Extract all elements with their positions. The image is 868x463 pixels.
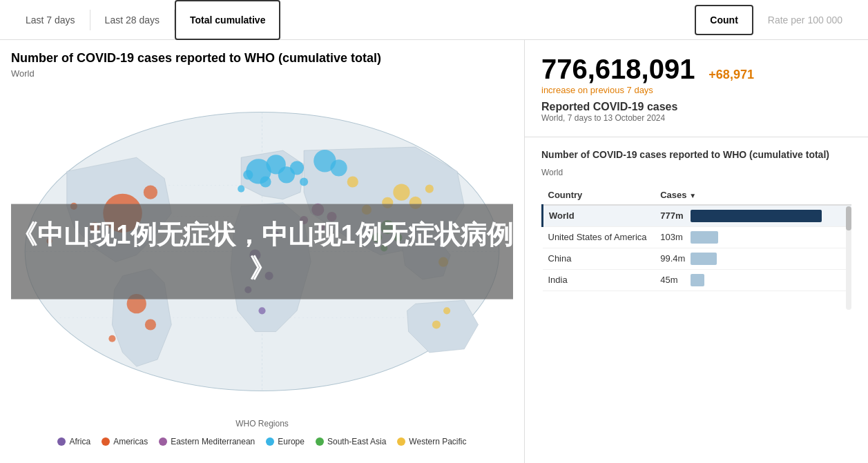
cases-table: Country Cases ▼ World 777m (541, 186, 851, 291)
svg-point-30 (327, 212, 336, 221)
count-button[interactable]: Count (695, 5, 753, 35)
scrollbar-track[interactable] (846, 206, 851, 310)
svg-point-38 (409, 197, 422, 209)
svg-point-34 (372, 233, 382, 242)
country-cell: World (543, 205, 655, 227)
legend-item-americas: Americas (102, 437, 148, 446)
southeast-asia-label: South-East Asia (327, 437, 386, 446)
svg-point-37 (393, 184, 409, 201)
increase-value: +68,971 (708, 68, 754, 81)
svg-point-32 (318, 224, 325, 230)
right-panel: 776,618,091 +68,971 increase on previous… (525, 40, 868, 463)
cases-bar-cell: 99.4m (655, 248, 851, 269)
country-cell: United States of America (543, 226, 655, 248)
legend-item-eastern-med: Eastern Mediterranean (159, 437, 255, 446)
eastern-med-label: Eastern Mediterranean (171, 437, 255, 446)
table-row: United States of America 103m (543, 226, 852, 248)
svg-point-8 (244, 286, 251, 293)
svg-point-22 (290, 161, 304, 175)
svg-point-36 (380, 244, 387, 251)
cases-bar-cell: 45m (655, 269, 851, 290)
metric-toggle: Count Rate per 100 000 (695, 0, 857, 40)
eastern-med-color-dot (159, 437, 167, 446)
time-period-tabs: Last 7 days Last 28 days Total cumulativ… (11, 0, 280, 40)
africa-label: Africa (69, 437, 90, 446)
bar-light (691, 253, 717, 265)
legend-item-western-pacific: Western Pacific (397, 437, 466, 446)
tab-last-7-days[interactable]: Last 7 days (11, 0, 90, 40)
bar-wrapper: 45m (660, 274, 846, 286)
table-wrapper: Country Cases ▼ World 777m (541, 186, 851, 291)
country-cell: India (543, 269, 655, 290)
chart-title: Number of COVID-19 cases reported to WHO… (11, 51, 513, 66)
americas-label: Americas (113, 437, 148, 446)
stats-row: 776,618,091 +68,971 (541, 54, 851, 85)
svg-point-43 (432, 320, 441, 328)
svg-point-41 (425, 185, 434, 193)
legend-section: WHO Regions Africa Americas Eastern Medi… (11, 419, 513, 452)
svg-point-24 (243, 170, 253, 179)
legend-title: WHO Regions (11, 419, 513, 428)
country-cell: China (543, 248, 655, 269)
svg-point-17 (70, 203, 77, 210)
europe-color-dot (266, 437, 274, 446)
col-country: Country (543, 186, 655, 205)
tab-last-28-days[interactable]: Last 28 days (90, 0, 174, 40)
cases-value: 103m (660, 232, 685, 242)
table-title: Number of COVID-19 cases reported to WHO… (541, 148, 851, 162)
svg-point-25 (300, 177, 308, 186)
cases-value: 777m (660, 210, 685, 221)
svg-point-26 (238, 186, 244, 193)
cases-value: 45m (660, 275, 685, 285)
table-section: Number of COVID-19 cases reported to WHO… (525, 137, 868, 463)
scrollbar-thumb[interactable] (846, 206, 851, 230)
cases-value: 99.4m (660, 253, 685, 264)
world-map (11, 84, 513, 419)
western-pacific-label: Western Pacific (409, 437, 466, 446)
svg-point-31 (300, 216, 308, 224)
svg-point-18 (46, 238, 52, 244)
big-number: 776,618,091 (541, 54, 695, 84)
sort-arrow-down[interactable]: ▼ (689, 192, 696, 199)
svg-point-35 (394, 233, 402, 242)
svg-point-12 (144, 186, 157, 199)
increase-label: increase on previous 7 days (541, 85, 851, 95)
top-navigation: Last 7 days Last 28 days Total cumulativ… (0, 0, 868, 40)
table-row: China 99.4m (543, 248, 852, 269)
tab-total-cumulative[interactable]: Total cumulative (175, 0, 280, 40)
bar-dark (691, 210, 822, 222)
svg-point-44 (443, 307, 450, 314)
reported-label: Reported COVID-19 cases (541, 101, 851, 113)
americas-color-dot (102, 437, 110, 446)
rate-button[interactable]: Rate per 100 000 (753, 0, 857, 40)
col-cases: Cases ▼ (655, 186, 851, 205)
svg-point-14 (127, 294, 146, 313)
legend-items: Africa Americas Eastern Mediterranean Eu… (11, 431, 513, 452)
stats-box: 776,618,091 +68,971 increase on previous… (525, 40, 868, 137)
europe-label: Europe (278, 437, 305, 446)
legend-item-europe: Europe (266, 437, 305, 446)
svg-point-23 (260, 176, 271, 187)
western-pacific-color-dot (397, 437, 405, 446)
svg-point-29 (311, 204, 324, 216)
bar-wrapper: 777m (660, 210, 846, 222)
main-content: Number of COVID-19 cases reported to WHO… (0, 40, 868, 463)
legend-item-southeast-asia: South-East Asia (316, 437, 386, 446)
svg-point-9 (258, 307, 265, 314)
svg-point-33 (380, 220, 394, 234)
bar-wrapper: 103m (660, 231, 846, 244)
svg-point-6 (249, 249, 260, 260)
southeast-asia-color-dot (316, 437, 324, 446)
svg-point-13 (90, 222, 99, 232)
bar-light (691, 274, 704, 286)
stats-date: World, 7 days to 13 October 2024 (541, 113, 851, 123)
svg-point-40 (362, 205, 372, 215)
table-row: India 45m (543, 269, 852, 290)
africa-color-dot (57, 437, 66, 446)
svg-point-10 (273, 231, 279, 237)
svg-point-11 (103, 194, 142, 233)
bar-light (691, 231, 718, 244)
svg-point-45 (347, 176, 358, 187)
svg-point-28 (330, 159, 347, 176)
legend-item-africa: Africa (57, 437, 90, 446)
